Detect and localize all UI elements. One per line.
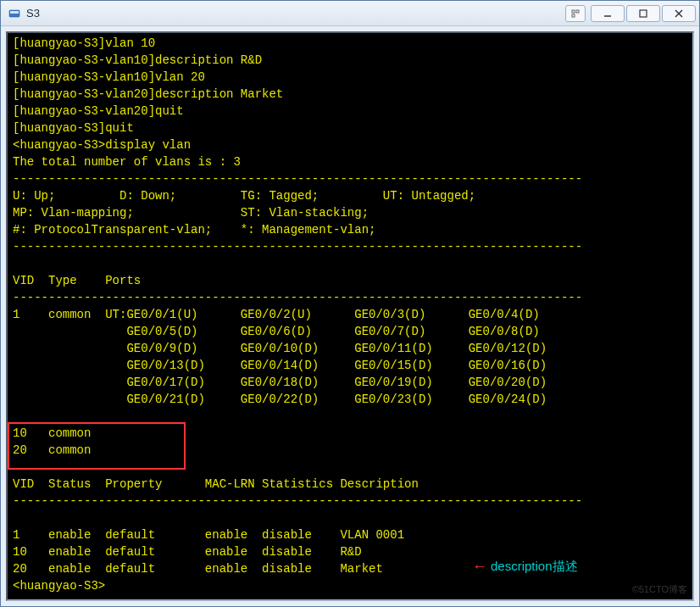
app-icon [8, 7, 21, 20]
svg-rect-4 [572, 14, 575, 17]
annotation-label: ← description描述 [472, 558, 578, 575]
svg-rect-1 [10, 11, 19, 14]
window-title: S3 [26, 7, 565, 19]
arrow-icon: ← [472, 558, 487, 575]
close-button[interactable] [662, 5, 696, 22]
titlebar: S3 [1, 1, 699, 26]
window-options-button[interactable] [565, 5, 586, 22]
svg-rect-2 [572, 10, 575, 13]
svg-rect-3 [576, 10, 579, 13]
terminal-output[interactable]: [huangyao-S3]vlan 10 [huangyao-S3-vlan10… [6, 31, 694, 601]
window-buttons [591, 5, 696, 22]
minimize-button[interactable] [591, 5, 625, 22]
window-frame: S3 [huangyao-S3]vlan 10 [huangyao-S3-vla… [0, 0, 700, 607]
maximize-button[interactable] [626, 5, 660, 22]
annotation-text: description描述 [491, 558, 578, 575]
watermark: ©51CTO博客 [632, 581, 687, 598]
terminal-text: [huangyao-S3]vlan 10 [huangyao-S3-vlan10… [13, 35, 687, 594]
svg-rect-6 [640, 10, 647, 17]
